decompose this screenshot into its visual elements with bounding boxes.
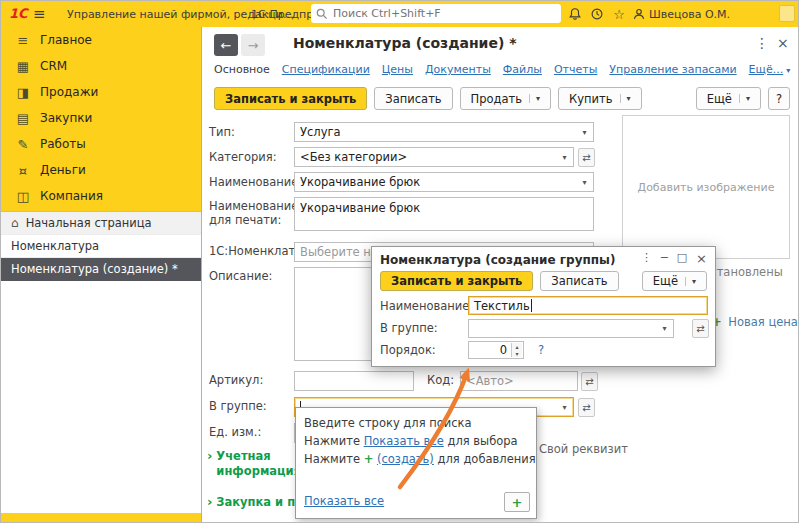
group-open-button[interactable]: ⇄ bbox=[578, 398, 595, 417]
top-bar: 1С ≡ Управление нашей фирмой, редакци...… bbox=[1, 1, 799, 27]
chevron-right-icon: › bbox=[207, 495, 212, 509]
more-button[interactable]: Ещё▾ bbox=[696, 87, 761, 110]
maximize-icon[interactable]: □ bbox=[677, 251, 687, 266]
tab-main[interactable]: Основное bbox=[214, 63, 270, 76]
dialog-title: Номенклатура (создание группы) bbox=[380, 253, 615, 267]
more-kebab-icon[interactable]: ⋮ bbox=[755, 35, 769, 51]
dialog-group-field[interactable]: ▾ bbox=[468, 319, 674, 338]
1c-logo: 1С bbox=[9, 6, 28, 21]
home-icon: ⌂ bbox=[11, 216, 19, 230]
code-open-button[interactable]: ⇄ bbox=[581, 372, 598, 391]
fullscreen-button[interactable] bbox=[779, 5, 795, 22]
tab-prices[interactable]: Цены bbox=[382, 63, 413, 76]
description-label: Описание: bbox=[209, 269, 272, 283]
tab-reports[interactable]: Отчеты bbox=[554, 63, 597, 76]
notifications-bell-icon[interactable] bbox=[567, 6, 583, 22]
user-name[interactable]: Швецова О.М. bbox=[649, 8, 730, 21]
chevron-down-icon: ▾ bbox=[685, 277, 696, 286]
create-group-dialog: Номенклатура (создание группы) ⋮ ─ □ × З… bbox=[371, 246, 716, 367]
history-clock-icon[interactable] bbox=[589, 6, 605, 22]
save-button[interactable]: Записать bbox=[374, 87, 452, 110]
page-title: Номенклатура (создание) * bbox=[293, 35, 517, 51]
minimize-icon[interactable]: ─ bbox=[661, 251, 668, 266]
add-image-label: Добавить изображение bbox=[638, 181, 775, 194]
tab-inventory[interactable]: Управление запасами bbox=[609, 63, 736, 76]
forward-button[interactable]: → bbox=[241, 34, 265, 56]
dropdown-hint: Нажмите Показать все для выбора bbox=[304, 434, 518, 448]
dialog-save-button[interactable]: Записать bbox=[540, 271, 618, 291]
tab-documents[interactable]: Документы bbox=[425, 63, 491, 76]
dialog-name-field[interactable]: Текстиль bbox=[468, 296, 708, 315]
app-window: 1С ≡ Управление нашей фирмой, редакци...… bbox=[0, 0, 799, 523]
chevron-down-icon: ▾ bbox=[786, 66, 790, 75]
custom-attribute-link[interactable]: Свой реквизит bbox=[539, 442, 628, 456]
name-field[interactable]: Укорачивание брюк ▾ bbox=[294, 172, 594, 192]
print-name-field[interactable]: Укорачивание брюк bbox=[294, 197, 594, 231]
dialog-help-link[interactable]: ? bbox=[538, 343, 544, 357]
category-field[interactable]: <Без категории> ▾ bbox=[294, 147, 574, 167]
dialog-group-label: В группе: bbox=[380, 321, 438, 335]
sell-button[interactable]: Продать▾ bbox=[460, 87, 551, 110]
dropdown-hint: Нажмите + (создать) для добавления bbox=[304, 452, 536, 466]
article-field[interactable] bbox=[294, 371, 414, 391]
new-price-link[interactable]: + Новая цена bbox=[712, 315, 798, 329]
show-all-link[interactable]: Показать все bbox=[364, 434, 444, 448]
chevron-down-icon[interactable]: ▾ bbox=[557, 149, 572, 165]
open-window-nomenclature[interactable]: Номенклатура bbox=[1, 235, 201, 258]
sidebar-item-purchases[interactable]: ▤ Закупки bbox=[1, 105, 201, 131]
spinner-buttons[interactable]: ▴▾ bbox=[511, 343, 522, 357]
chevron-down-icon[interactable]: ▾ bbox=[657, 321, 672, 336]
buy-button[interactable]: Купить▾ bbox=[558, 87, 641, 110]
dialog-save-and-close-button[interactable]: Записать и закрыть bbox=[380, 271, 533, 291]
spinner-down-icon[interactable]: ▾ bbox=[515, 350, 518, 357]
open-window-label: Номенклатура (создание) * bbox=[11, 262, 178, 276]
close-icon[interactable]: × bbox=[777, 35, 789, 51]
add-image-dropzone[interactable]: Добавить изображение bbox=[622, 115, 790, 259]
user-avatar-icon[interactable] bbox=[631, 6, 647, 22]
open-window-nomenclature-create[interactable]: Номенклатура (создание) * bbox=[1, 258, 201, 281]
dialog-order-label: Порядок: bbox=[380, 343, 436, 357]
purchases-icon: ▤ bbox=[15, 111, 31, 126]
save-and-close-button[interactable]: Записать и закрыть bbox=[214, 87, 367, 110]
sidebar-item-works[interactable]: ✎ Работы bbox=[1, 131, 201, 157]
search-icon bbox=[316, 8, 328, 20]
create-link[interactable]: (создать) bbox=[377, 452, 434, 466]
tab-more[interactable]: Ещё...▾ bbox=[749, 63, 791, 76]
favorites-star-icon[interactable]: ☆ bbox=[611, 6, 627, 22]
sidebar: ≡ Главное ▦ CRM ◨ Продажи ▤ Закупки ✎ Ра… bbox=[1, 27, 201, 523]
main-menu-icon[interactable]: ≡ bbox=[33, 5, 46, 23]
close-icon[interactable]: × bbox=[696, 251, 707, 266]
search-input[interactable] bbox=[333, 7, 556, 20]
dialog-order-field[interactable]: 0 ▴▾ bbox=[468, 341, 524, 359]
open-window-home[interactable]: ⌂ Начальная страница bbox=[1, 212, 201, 235]
show-all-footer-link[interactable]: Показать все bbox=[304, 494, 384, 508]
more-kebab-icon[interactable]: ⋮ bbox=[641, 251, 652, 266]
create-group-button[interactable]: + bbox=[504, 492, 530, 512]
dialog-name-label: Наименование: bbox=[380, 299, 473, 313]
dialog-more-button[interactable]: Ещё▾ bbox=[642, 271, 707, 291]
sidebar-item-money[interactable]: ¤ Деньги bbox=[1, 157, 201, 183]
sidebar-item-crm[interactable]: ▦ CRM bbox=[1, 53, 201, 79]
sidebar-item-sales[interactable]: ◨ Продажи bbox=[1, 79, 201, 105]
back-button[interactable]: ← bbox=[214, 34, 238, 56]
chevron-right-icon: › bbox=[207, 449, 212, 479]
spinner-up-icon[interactable]: ▴ bbox=[515, 343, 518, 350]
help-button[interactable]: ? bbox=[768, 87, 790, 110]
chevron-down-icon[interactable]: ▾ bbox=[577, 174, 592, 190]
sidebar-item-company[interactable]: ◫ Компания bbox=[1, 183, 201, 209]
code-label: Код: bbox=[427, 373, 454, 387]
chevron-down-icon[interactable]: ▾ bbox=[577, 124, 592, 140]
type-field[interactable]: Услуга ▾ bbox=[294, 122, 594, 142]
tab-files[interactable]: Файлы bbox=[503, 63, 542, 76]
company-icon: ◫ bbox=[15, 189, 31, 204]
global-search[interactable] bbox=[311, 4, 561, 23]
group-label: В группе: bbox=[209, 399, 267, 413]
tab-specifications[interactable]: Спецификации bbox=[282, 63, 370, 76]
chevron-down-icon[interactable]: ▾ bbox=[557, 399, 572, 415]
form-tabs: Основное Спецификации Цены Документы Фай… bbox=[214, 63, 790, 76]
code-field[interactable]: <Авто> bbox=[460, 371, 578, 391]
dialog-group-open-button[interactable]: ⇄ bbox=[692, 319, 709, 338]
sidebar-item-main[interactable]: ≡ Главное bbox=[1, 27, 201, 53]
type-label: Тип: bbox=[209, 125, 235, 139]
category-open-button[interactable]: ⇄ bbox=[578, 148, 595, 167]
